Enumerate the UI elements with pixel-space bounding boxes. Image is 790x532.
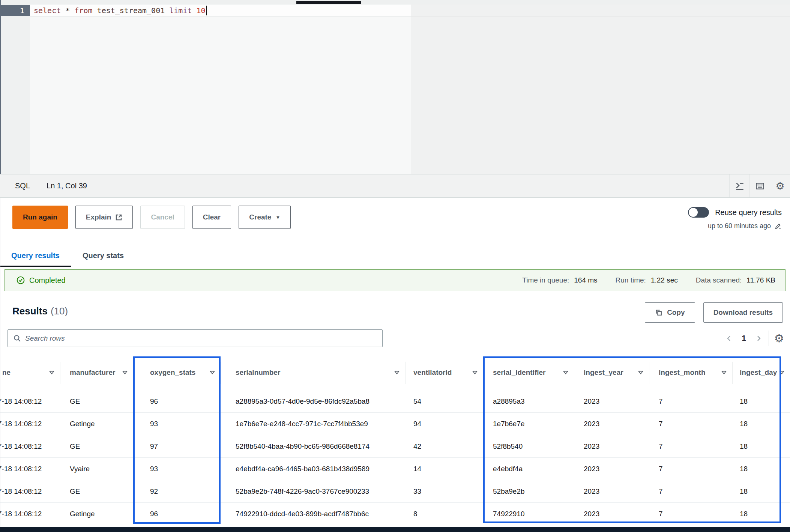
table-cell[interactable]: 2023 [574,390,649,412]
search-rows-input[interactable] [25,334,377,343]
table-cell[interactable]: Getinge [60,413,133,435]
column-label: ventilatorid [413,368,452,378]
header-cell-serialnumber[interactable]: serialnumber [221,356,405,390]
table-cell[interactable]: 52ba9e2b [483,480,574,502]
header-cell-ingest_day[interactable]: ingest_day [732,356,790,390]
filter-icon[interactable] [49,370,55,376]
previous-page-button[interactable] [722,331,736,346]
header-cell-oxygen_stats[interactable]: oxygen_stats [133,356,221,390]
table-cell[interactable]: 18 [732,480,790,502]
format-code-button[interactable] [729,174,749,197]
table-cell[interactable]: Getinge [60,503,133,525]
table-cell[interactable]: 1e7b6e7e [483,413,574,435]
clear-button[interactable]: Clear [192,206,231,229]
next-page-button[interactable] [751,331,766,346]
copy-button[interactable]: Copy [645,302,695,323]
column-label: ingest_year [584,368,623,378]
cancel-button[interactable]: Cancel [140,206,185,229]
filter-icon[interactable] [721,370,727,376]
filter-icon[interactable] [394,370,400,376]
table-cell[interactable]: 1e7b6e7e-e248-4cc7-971c-7cc7f4bb53e9 [221,413,405,435]
table-cell[interactable]: 2023 [574,458,649,480]
header-cell-serial_identifier[interactable]: serial_identifier [483,356,574,390]
sql-editor[interactable]: 1 select * from test_stream_001 limit 10 [0,0,790,174]
table-cell[interactable]: 7-18 14:08:12 [0,413,60,435]
table-cell[interactable]: 2023 [574,503,649,525]
filter-icon[interactable] [563,370,569,376]
table-cell[interactable]: 7-18 14:08:12 [0,503,60,525]
filter-icon[interactable] [638,370,644,376]
run-again-button[interactable]: Run again [12,206,68,229]
reuse-results-toggle[interactable] [688,207,709,218]
table-cell[interactable]: 2023 [574,435,649,457]
table-cell[interactable]: a28895a3-0d57-4d0e-9d5e-86fdc92a5ba8 [221,390,405,412]
table-cell[interactable]: 18 [732,413,790,435]
table-cell[interactable]: 14 [405,458,483,480]
table-cell[interactable]: 42 [405,435,483,457]
table-cell[interactable]: 96 [133,503,221,525]
table-cell[interactable]: 18 [732,503,790,525]
table-cell[interactable]: 18 [732,390,790,412]
code-line[interactable]: select * from test_stream_001 limit 10 [34,5,207,16]
table-cell[interactable]: e4ebdf4a [483,458,574,480]
table-cell[interactable]: 52ba9e2b-748f-4226-9ac0-3767ce900233 [221,480,405,502]
search-box[interactable] [8,329,383,347]
code-token: * [65,6,70,15]
table-cell[interactable]: 7 [649,413,732,435]
header-cell-ne[interactable]: ne [0,356,60,390]
tab-query-stats[interactable]: Query stats [71,244,135,267]
table-cell[interactable]: 74922910 [483,503,574,525]
cell-value: 33 [413,487,421,496]
table-cell[interactable]: 7 [649,435,732,457]
table-cell[interactable]: 93 [133,413,221,435]
table-cell[interactable]: 7 [649,390,732,412]
keyboard-shortcuts-button[interactable] [749,174,770,197]
table-cell[interactable]: 96 [133,390,221,412]
filter-icon[interactable] [472,370,478,376]
table-cell[interactable]: 92 [133,480,221,502]
create-dropdown-button[interactable]: Create ▼ [239,206,291,229]
table-cell[interactable]: 7-18 14:08:12 [0,435,60,457]
table-preferences-button[interactable]: ⚙ [772,331,786,346]
table-cell[interactable]: 52f8b540-4baa-4b90-bc65-986d668e8174 [221,435,405,457]
status-badge: Completed [29,276,66,285]
table-cell[interactable]: 33 [405,480,483,502]
table-cell[interactable]: 18 [732,435,790,457]
table-cell[interactable]: 97 [133,435,221,457]
table-cell[interactable]: 8 [405,503,483,525]
header-cell-ingest_year[interactable]: ingest_year [574,356,649,390]
table-cell[interactable]: 2023 [574,480,649,502]
cell-value: 96 [150,510,158,518]
header-cell-ingest_month[interactable]: ingest_month [649,356,732,390]
edit-pencil-icon[interactable] [774,222,782,230]
table-cell[interactable]: 74922910-ddcd-4e03-899b-acdf7487bb6c [221,503,405,525]
editor-settings-button[interactable]: ⚙ [770,174,790,197]
table-cell[interactable]: 7 [649,458,732,480]
table-cell[interactable]: GE [60,390,133,412]
tab-query-results[interactable]: Query results [0,244,71,267]
table-cell[interactable]: 93 [133,458,221,480]
cell-value: 2023 [584,487,599,496]
table-cell[interactable]: GE [60,435,133,457]
table-cell[interactable]: e4ebdf4a-ca96-4465-ba03-681b438d9589 [221,458,405,480]
table-cell[interactable]: 7-18 14:08:12 [0,458,60,480]
table-cell[interactable]: 7-18 14:08:12 [0,390,60,412]
download-results-button[interactable]: Download results [703,302,783,323]
filter-icon[interactable] [209,370,215,376]
table-cell[interactable]: 52f8b540 [483,435,574,457]
table-cell[interactable]: GE [60,480,133,502]
filter-icon[interactable] [779,370,785,376]
header-cell-manufacturer[interactable]: manufacturer [60,356,133,390]
table-cell[interactable]: 18 [732,458,790,480]
table-cell[interactable]: 54 [405,390,483,412]
table-cell[interactable]: a28895a3 [483,390,574,412]
table-cell[interactable]: Vyaire [60,458,133,480]
table-cell[interactable]: 7 [649,503,732,525]
header-cell-ventilatorid[interactable]: ventilatorid [405,356,483,390]
filter-icon[interactable] [122,370,128,376]
table-cell[interactable]: 2023 [574,413,649,435]
table-cell[interactable]: 7-18 14:08:12 [0,480,60,502]
explain-button[interactable]: Explain [75,206,133,229]
table-cell[interactable]: 94 [405,413,483,435]
table-cell[interactable]: 7 [649,480,732,502]
